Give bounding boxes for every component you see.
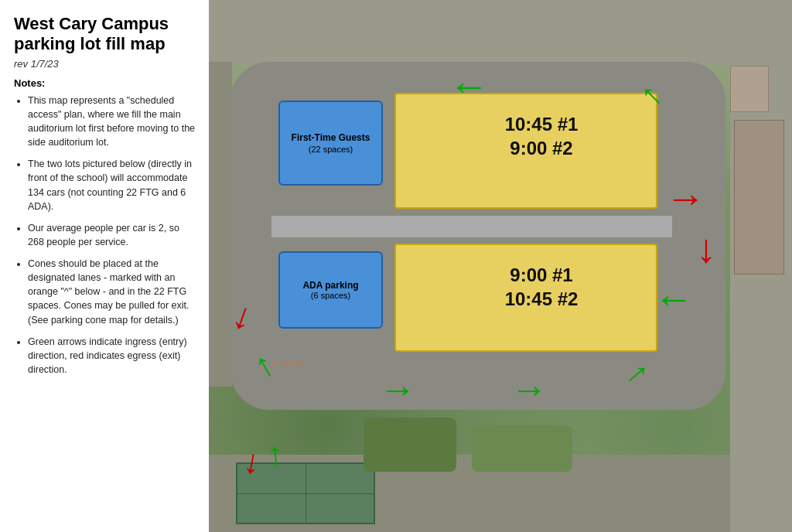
bottom-lot-numbers: 9:00 #1 10:45 #2 bbox=[441, 263, 642, 311]
note-item-1: This map represents a "scheduled access"… bbox=[28, 94, 196, 150]
bottom-lot-line1: 9:00 #1 bbox=[441, 263, 642, 287]
top-lot-line2: 9:00 #2 bbox=[441, 136, 642, 160]
court-line-h bbox=[237, 493, 374, 494]
ada-lot: ADA parking (6 spaces) bbox=[278, 251, 383, 329]
road-left-strip bbox=[209, 62, 232, 387]
note-item-2: The two lots pictured below (directly in… bbox=[28, 157, 196, 213]
page-title: West Cary Campusparking lot fill map bbox=[14, 14, 196, 55]
building-structure bbox=[271, 215, 673, 238]
grass-patch-2 bbox=[472, 425, 572, 472]
grass-patch-1 bbox=[364, 418, 456, 472]
note-item-5: Green arrows indicate ingress (entry) di… bbox=[28, 335, 196, 377]
cone-markers-1: ^ ^ ^ ^ bbox=[272, 361, 304, 370]
ada-label: ADA parking bbox=[299, 280, 361, 291]
arrow-bottom-green-1: → bbox=[379, 371, 416, 408]
ftg-lot: First-Time Guests (22 spaces) bbox=[278, 101, 383, 186]
right-building-2 bbox=[734, 120, 784, 275]
arrow-bottom-green-2: → bbox=[510, 371, 548, 408]
note-item-3: Our average people per car is 2, so 268 … bbox=[28, 221, 196, 249]
notes-heading: Notes: bbox=[14, 77, 196, 89]
arrow-mid-right-green: ← bbox=[654, 278, 694, 319]
top-lot-numbers: 10:45 #1 9:00 #2 bbox=[441, 112, 642, 160]
arrow-top-green: ← bbox=[449, 66, 489, 106]
notes-list: This map represents a "scheduled access"… bbox=[14, 94, 196, 384]
right-building-1 bbox=[730, 66, 769, 112]
ftg-spaces-label: (22 spaces) bbox=[309, 145, 353, 154]
map-panel: First-Time Guests (22 spaces) 10:45 #1 9… bbox=[209, 0, 792, 532]
arrow-right-red: → bbox=[665, 178, 705, 218]
note-item-4: Cones should be placed at the designated… bbox=[28, 257, 196, 327]
arrow-corner-green: ↑ bbox=[265, 436, 285, 472]
revision-label: rev 1/7/23 bbox=[14, 58, 196, 70]
left-panel: West Cary Campusparking lot fill map rev… bbox=[0, 0, 209, 532]
road-top bbox=[209, 0, 792, 66]
top-lot-line1: 10:45 #1 bbox=[441, 112, 642, 136]
ftg-label: First-Time Guests bbox=[288, 132, 374, 145]
bottom-lot-line2: 10:45 #2 bbox=[441, 287, 642, 311]
arrow-right-down-red: ↓ bbox=[696, 228, 716, 268]
ada-spaces-label: (6 spaces) bbox=[311, 291, 350, 300]
